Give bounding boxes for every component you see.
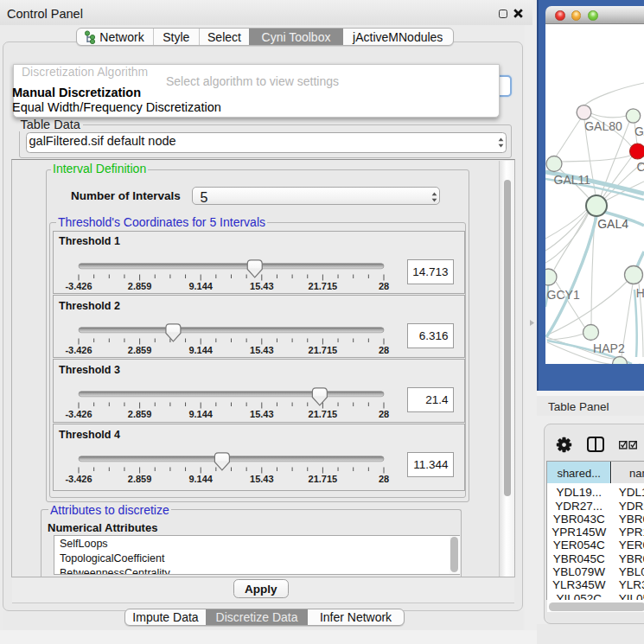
- svg-text:2.859: 2.859: [128, 345, 152, 355]
- svg-text:-3.426: -3.426: [65, 409, 92, 419]
- svg-text:9.144: 9.144: [188, 345, 213, 355]
- svg-text:2.859: 2.859: [128, 280, 152, 290]
- svg-text:15.43: 15.43: [250, 474, 274, 484]
- svg-text:GAL11: GAL11: [554, 173, 591, 187]
- svg-text:9.144: 9.144: [188, 409, 213, 419]
- svg-text:GA: GA: [634, 124, 644, 138]
- svg-text:28: 28: [379, 345, 389, 355]
- svg-text:-3.426: -3.426: [65, 474, 92, 484]
- svg-text:21.715: 21.715: [309, 409, 338, 419]
- svg-text:28: 28: [379, 409, 389, 419]
- svg-text:15.43: 15.43: [250, 345, 274, 355]
- svg-text:HAP2: HAP2: [593, 341, 625, 355]
- svg-text:2.859: 2.859: [128, 409, 152, 419]
- svg-text:15.43: 15.43: [250, 409, 274, 419]
- svg-text:H: H: [636, 286, 644, 300]
- svg-text:21.715: 21.715: [309, 280, 338, 290]
- svg-text:GAL80: GAL80: [584, 119, 622, 133]
- svg-text:GCY1: GCY1: [547, 288, 580, 302]
- svg-text:21.715: 21.715: [309, 474, 338, 484]
- svg-text:28: 28: [379, 474, 389, 484]
- svg-text:21.715: 21.715: [309, 345, 338, 355]
- svg-text:28: 28: [379, 280, 389, 290]
- svg-text:2.859: 2.859: [128, 474, 152, 484]
- svg-text:GAL4: GAL4: [597, 217, 628, 231]
- svg-text:C: C: [637, 160, 644, 174]
- svg-text:-3.426: -3.426: [65, 280, 92, 290]
- svg-text:15.43: 15.43: [250, 280, 274, 290]
- svg-text:9.144: 9.144: [188, 280, 213, 290]
- svg-text:-3.426: -3.426: [65, 345, 92, 355]
- svg-text:9.144: 9.144: [188, 474, 213, 484]
